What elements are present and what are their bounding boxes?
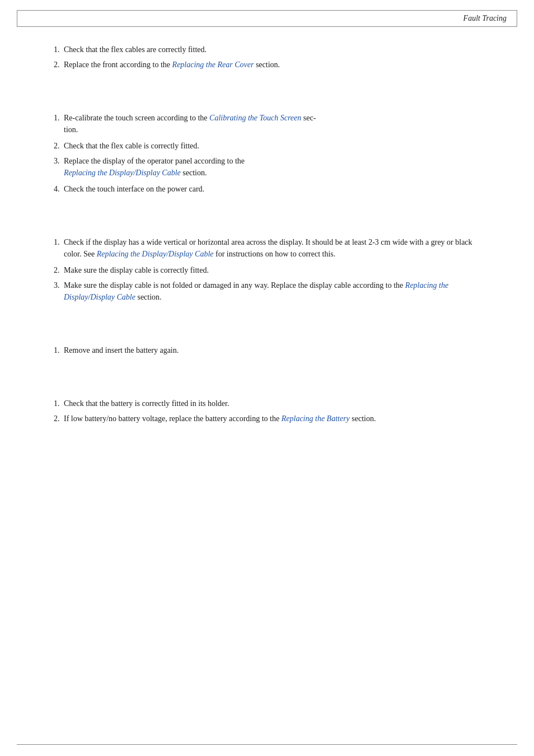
calibrating-touch-screen-link[interactable]: Calibrating the Touch Screen bbox=[209, 114, 301, 122]
footer-line bbox=[17, 744, 517, 745]
list-item: Make sure the display cable is not folde… bbox=[62, 279, 489, 303]
section-4-list: Remove and insert the battery again. bbox=[56, 344, 489, 356]
list-item: Check the touch interface on the power c… bbox=[62, 183, 489, 195]
replacing-display-cable-link-2[interactable]: Replacing the Display/Display Cable bbox=[97, 250, 214, 258]
item-text: Check that the flex cables are correctly… bbox=[64, 45, 207, 54]
item-text: Replace the front according to the Repla… bbox=[64, 60, 280, 69]
item-text: Check if the display has a wide vertical… bbox=[64, 238, 472, 258]
item-text: Remove and insert the battery again. bbox=[64, 346, 179, 354]
item-text: Check the touch interface on the power c… bbox=[64, 185, 204, 193]
section-4: Remove and insert the battery again. bbox=[45, 344, 489, 356]
section-3-list: Check if the display has a wide vertical… bbox=[56, 236, 489, 303]
replacing-display-cable-link-1[interactable]: Replacing the Display/Display Cable bbox=[64, 169, 181, 177]
item-text: Replace the display of the operator pane… bbox=[64, 157, 245, 177]
list-item: Replace the display of the operator pane… bbox=[62, 155, 489, 179]
header-title: Fault Tracing bbox=[463, 14, 507, 23]
section-3: Check if the display has a wide vertical… bbox=[45, 236, 489, 303]
replacing-display-cable-link-3[interactable]: Replacing the Display/Display Cable bbox=[64, 281, 448, 301]
section-1: Check that the flex cables are correctly… bbox=[45, 44, 489, 71]
section-5: Check that the battery is correctly fitt… bbox=[45, 398, 489, 424]
header-box: Fault Tracing bbox=[17, 10, 517, 27]
item-text: Check that the battery is correctly fitt… bbox=[64, 399, 229, 408]
item-text: If low battery/no battery voltage, repla… bbox=[64, 414, 376, 423]
section-2: Re-calibrate the touch screen according … bbox=[45, 112, 489, 195]
list-item: Check that the flex cable is correctly f… bbox=[62, 140, 489, 152]
list-item: Replace the front according to the Repla… bbox=[62, 59, 489, 71]
item-text: Make sure the display cable is not folde… bbox=[64, 281, 448, 301]
replacing-battery-link[interactable]: Replacing the Battery bbox=[282, 414, 350, 423]
list-item: Check if the display has a wide vertical… bbox=[62, 236, 489, 260]
item-text: Make sure the display cable is correctly… bbox=[64, 266, 209, 274]
page: Fault Tracing Check that the flex cables… bbox=[0, 10, 534, 756]
list-item: If low battery/no battery voltage, repla… bbox=[62, 413, 489, 424]
replacing-rear-cover-link[interactable]: Replacing the Rear Cover bbox=[172, 60, 254, 69]
item-text: Re-calibrate the touch screen according … bbox=[64, 114, 316, 134]
section-5-list: Check that the battery is correctly fitt… bbox=[56, 398, 489, 424]
list-item: Re-calibrate the touch screen according … bbox=[62, 112, 489, 136]
list-item: Make sure the display cable is correctly… bbox=[62, 264, 489, 276]
list-item: Remove and insert the battery again. bbox=[62, 344, 489, 356]
section-2-list: Re-calibrate the touch screen according … bbox=[56, 112, 489, 195]
section-1-list: Check that the flex cables are correctly… bbox=[56, 44, 489, 71]
item-text: Check that the flex cable is correctly f… bbox=[64, 142, 199, 150]
list-item: Check that the battery is correctly fitt… bbox=[62, 398, 489, 409]
list-item: Check that the flex cables are correctly… bbox=[62, 44, 489, 55]
content: Check that the flex cables are correctly… bbox=[0, 27, 534, 479]
